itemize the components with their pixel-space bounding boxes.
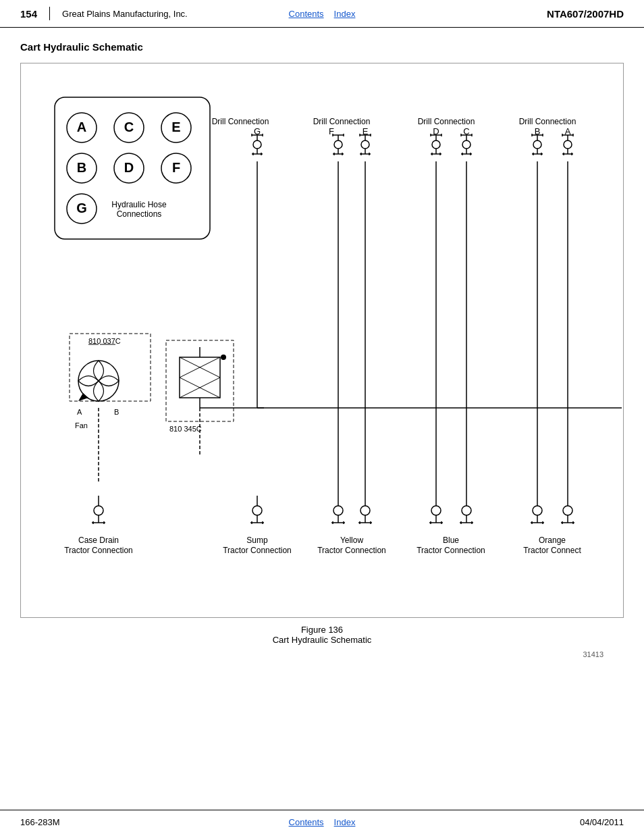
footer-contents-link[interactable]: Contents — [289, 817, 324, 827]
main-content: Cart Hydraulic Schematic A C E — [0, 28, 644, 810]
svg-point-157 — [533, 506, 542, 515]
svg-text:Tractor Connection: Tractor Connection — [417, 546, 485, 555]
contents-link[interactable]: Contents — [289, 9, 324, 19]
footer-date: 04/04/2011 — [423, 817, 624, 827]
svg-point-145 — [431, 506, 441, 515]
figure-caption: Figure 136 Cart Hydraulic Schematic — [20, 625, 624, 645]
figure-title: Cart Hydraulic Schematic — [20, 635, 624, 645]
schematic-svg: A C E B D F — [34, 77, 628, 604]
page-number: 154 — [20, 8, 37, 20]
svg-text:Fan: Fan — [75, 421, 88, 429]
svg-text:B: B — [77, 160, 86, 175]
svg-point-133 — [333, 506, 343, 515]
svg-text:Case Drain: Case Drain — [78, 536, 119, 545]
svg-text:A: A — [77, 120, 86, 134]
svg-text:Connections: Connections — [117, 209, 162, 219]
svg-text:Drill  Connection: Drill Connection — [212, 117, 269, 126]
svg-point-90 — [462, 140, 471, 149]
svg-text:Hydraulic Hose: Hydraulic Hose — [111, 200, 167, 209]
svg-point-60 — [334, 140, 342, 149]
svg-text:D: D — [124, 160, 134, 175]
figure-ref: 31413 — [583, 650, 603, 658]
header-left: 154 Great Plains Manufacturing, Inc. — [20, 7, 221, 20]
svg-text:Drill  Connection: Drill Connection — [519, 117, 576, 126]
svg-text:Sump: Sump — [246, 536, 268, 545]
svg-text:G: G — [76, 201, 87, 215]
svg-marker-22 — [78, 393, 88, 401]
figure-number: Figure 136 — [20, 625, 624, 635]
footer-part-number: 166-283M — [20, 817, 221, 827]
company-name: Great Plains Manufacturing, Inc. — [62, 9, 188, 19]
svg-text:810 037C: 810 037C — [88, 337, 121, 345]
svg-text:Drill  Connection: Drill Connection — [418, 117, 475, 126]
figure-caption-area: Figure 136 Cart Hydraulic Schematic 3141… — [20, 625, 624, 645]
footer: 166-283M Contents Index 04/04/2011 — [0, 810, 644, 834]
svg-text:Drill  Connection: Drill Connection — [313, 117, 371, 126]
svg-text:810 345C: 810 345C — [169, 425, 202, 433]
svg-text:C: C — [124, 120, 134, 134]
svg-point-163 — [563, 506, 572, 515]
svg-text:Tractor  Connection: Tractor Connection — [317, 546, 386, 555]
svg-point-139 — [360, 506, 370, 515]
svg-rect-27 — [180, 357, 220, 398]
schematic-diagram: A C E B D F — [34, 77, 610, 604]
svg-text:Tractor  Connection: Tractor Connection — [223, 546, 292, 555]
header-nav: Contents Index — [221, 9, 423, 19]
svg-point-50 — [253, 140, 261, 149]
svg-point-32 — [221, 355, 226, 360]
svg-text:B: B — [114, 408, 119, 416]
svg-text:A: A — [77, 408, 82, 416]
svg-text:F: F — [172, 160, 180, 175]
svg-text:E: E — [171, 120, 180, 134]
svg-point-100 — [533, 140, 541, 149]
page: 154 Great Plains Manufacturing, Inc. Con… — [0, 0, 644, 834]
doc-id: NTA607/2007HD — [423, 8, 624, 20]
footer-nav: Contents Index — [221, 817, 423, 827]
svg-point-110 — [564, 140, 572, 149]
svg-text:Orange: Orange — [539, 536, 566, 545]
svg-point-70 — [361, 140, 369, 149]
svg-text:Yellow: Yellow — [340, 536, 364, 545]
svg-point-80 — [432, 140, 440, 149]
svg-point-121 — [94, 506, 103, 515]
footer-index-link[interactable]: Index — [334, 817, 356, 827]
svg-point-151 — [462, 506, 471, 515]
schematic-box: A C E B D F — [20, 63, 624, 618]
svg-text:Tractor  Connection: Tractor Connection — [64, 546, 133, 555]
header: 154 Great Plains Manufacturing, Inc. Con… — [0, 0, 644, 28]
header-divider — [49, 7, 50, 20]
svg-text:Blue: Blue — [443, 536, 459, 545]
section-title: Cart Hydraulic Schematic — [20, 41, 624, 53]
svg-text:Tractor  Connect: Tractor Connect — [523, 546, 581, 555]
svg-point-127 — [252, 506, 262, 515]
index-link[interactable]: Index — [334, 9, 356, 19]
